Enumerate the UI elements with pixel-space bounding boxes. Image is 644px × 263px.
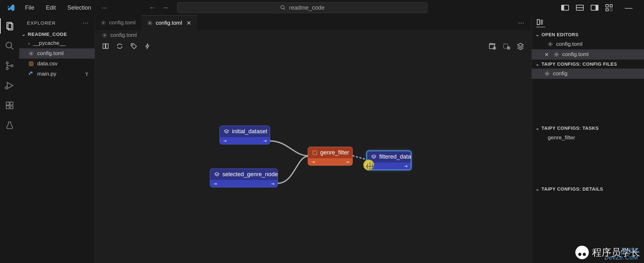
window-minimize-icon[interactable]: — bbox=[622, 3, 635, 12]
title-bar: File Edit Selection ⋯ ← → readme_code — bbox=[0, 0, 644, 15]
chevron-down-icon: ⌄ bbox=[536, 126, 540, 131]
gear-icon bbox=[28, 51, 34, 56]
svg-point-20 bbox=[30, 72, 31, 73]
svg-point-4 bbox=[6, 42, 12, 48]
menu-overflow-icon[interactable]: ⋯ bbox=[98, 2, 112, 13]
command-center[interactable]: readme_code bbox=[177, 2, 427, 13]
breadcrumb[interactable]: config.toml bbox=[95, 30, 531, 40]
node-add-icon[interactable] bbox=[502, 42, 510, 50]
svg-point-23 bbox=[104, 35, 105, 36]
svg-point-26 bbox=[132, 45, 133, 45]
python-file-icon bbox=[28, 71, 34, 77]
tag-icon[interactable] bbox=[130, 43, 137, 50]
file-tree-item-mainpy[interactable]: main.py T bbox=[19, 69, 95, 79]
explorer-sidebar: EXPLORER ⋯ ⌄ README_CODE › __pycache__ c… bbox=[19, 15, 95, 263]
activity-run-debug-icon[interactable] bbox=[4, 80, 15, 91]
customize-layout-icon[interactable] bbox=[605, 4, 613, 11]
file-tree-item-datacsv[interactable]: data.csv bbox=[19, 59, 95, 69]
svg-rect-27 bbox=[489, 45, 494, 49]
node-genre-filter[interactable]: genre_filter ⇥⇥ bbox=[308, 147, 353, 166]
editor-toolbar bbox=[95, 40, 531, 54]
svg-point-38 bbox=[556, 54, 557, 55]
svg-point-0 bbox=[281, 5, 284, 9]
svg-point-37 bbox=[550, 44, 551, 45]
svg-rect-10 bbox=[6, 102, 9, 105]
toggle-panel-icon[interactable] bbox=[576, 5, 584, 11]
svg-rect-15 bbox=[29, 62, 33, 66]
activity-bar bbox=[0, 15, 19, 263]
gear-icon bbox=[147, 21, 152, 26]
section-details[interactable]: ⌄ TAIPY CONFIGS: DETAILS bbox=[532, 185, 644, 193]
tab-config-1[interactable]: config.toml bbox=[95, 15, 142, 30]
section-tasks[interactable]: ⌄ TAIPY CONFIGS: TASKS bbox=[532, 124, 644, 133]
refresh-icon[interactable] bbox=[116, 43, 123, 50]
file-tree-folder-pycache[interactable]: › __pycache__ bbox=[19, 38, 95, 48]
editor-area: config.toml config.toml ✕ ⋯ config.toml bbox=[95, 15, 532, 263]
node-selected-genre[interactable]: selected_genre_node ⇥⇥ bbox=[210, 168, 278, 187]
svg-point-6 bbox=[6, 62, 8, 64]
arrow-right-icon: ⇥ bbox=[311, 160, 315, 164]
close-icon[interactable]: ✕ bbox=[186, 20, 191, 27]
toggle-secondary-sidebar-icon[interactable] bbox=[591, 5, 598, 11]
activity-search-icon[interactable] bbox=[4, 40, 15, 51]
svg-point-14 bbox=[30, 53, 32, 54]
svg-line-5 bbox=[11, 47, 13, 50]
details-panel-icon[interactable] bbox=[536, 18, 545, 27]
toggle-primary-sidebar-icon[interactable] bbox=[561, 5, 569, 11]
svg-point-8 bbox=[11, 65, 13, 67]
layout-split-icon[interactable] bbox=[102, 43, 109, 50]
folder-header[interactable]: ⌄ README_CODE bbox=[19, 30, 95, 38]
gear-icon bbox=[102, 33, 107, 38]
search-icon bbox=[280, 5, 286, 11]
arrow-right-icon: ⇥ bbox=[223, 138, 227, 143]
config-file-item[interactable]: config bbox=[532, 69, 644, 79]
explorer-title: EXPLORER bbox=[27, 20, 56, 26]
svg-rect-25 bbox=[106, 44, 108, 49]
explorer-more-icon[interactable]: ⋯ bbox=[82, 19, 89, 26]
lightning-icon[interactable] bbox=[144, 43, 151, 50]
layers-icon bbox=[224, 129, 229, 135]
section-config-files[interactable]: ⌄ TAIPY CONFIGS: CONFIG FILES bbox=[532, 60, 644, 69]
arrow-right-icon: ⇥ bbox=[263, 138, 267, 143]
file-tree-item-config[interactable]: config.toml bbox=[19, 48, 95, 59]
menu-edit[interactable]: Edit bbox=[41, 3, 60, 13]
arrow-right-icon: ⇥ bbox=[213, 181, 217, 186]
close-icon[interactable]: ✕ bbox=[545, 52, 549, 58]
menu-bar: File Edit Selection bbox=[21, 3, 96, 13]
node-initial-dataset[interactable]: initial_dataset ⇥⇥ bbox=[219, 126, 270, 144]
svg-rect-31 bbox=[313, 151, 317, 155]
arrow-right-icon: ⇥ bbox=[404, 164, 408, 168]
svg-rect-12 bbox=[6, 106, 9, 109]
menu-selection[interactable]: Selection bbox=[63, 3, 96, 13]
activity-testing-icon[interactable] bbox=[4, 120, 15, 131]
nav-forward-icon[interactable]: → bbox=[162, 4, 169, 12]
vscode-logo-icon bbox=[6, 3, 15, 12]
activity-source-control-icon[interactable] bbox=[4, 60, 15, 71]
layers-icon[interactable] bbox=[517, 42, 524, 50]
chevron-down-icon: ⌄ bbox=[536, 32, 540, 37]
arrow-right-icon: ⇥ bbox=[271, 181, 274, 186]
graph-canvas[interactable]: initial_dataset ⇥⇥ selected_genre_node ⇥… bbox=[95, 54, 531, 263]
activity-extensions-icon[interactable] bbox=[4, 100, 15, 111]
gear-icon bbox=[548, 42, 553, 47]
editor-more-icon[interactable]: ⋯ bbox=[511, 15, 531, 30]
search-placeholder: readme_code bbox=[289, 4, 324, 11]
svg-point-39 bbox=[546, 73, 548, 74]
file-badge: T bbox=[85, 71, 88, 77]
chevron-down-icon: ⌄ bbox=[536, 62, 540, 67]
task-item-genre-filter[interactable]: genre_filter bbox=[532, 133, 644, 143]
clapper-add-icon[interactable] bbox=[488, 42, 496, 50]
layers-icon bbox=[371, 154, 377, 160]
tab-config-2[interactable]: config.toml ✕ bbox=[142, 15, 197, 30]
folder-name: README_CODE bbox=[28, 31, 67, 37]
menu-file[interactable]: File bbox=[21, 3, 39, 13]
gear-icon bbox=[554, 52, 559, 57]
activity-explorer-icon[interactable] bbox=[4, 21, 15, 31]
open-editor-item-1[interactable]: config.toml bbox=[532, 39, 644, 49]
open-editor-item-2[interactable]: ✕ config.toml bbox=[532, 49, 644, 60]
cursor-highlight bbox=[363, 160, 374, 170]
arrow-right-icon: ⇥ bbox=[346, 160, 349, 164]
section-open-editors[interactable]: ⌄ OPEN EDITORS bbox=[532, 30, 644, 39]
nav-back-icon[interactable]: ← bbox=[149, 4, 156, 12]
gear-icon bbox=[545, 71, 550, 76]
